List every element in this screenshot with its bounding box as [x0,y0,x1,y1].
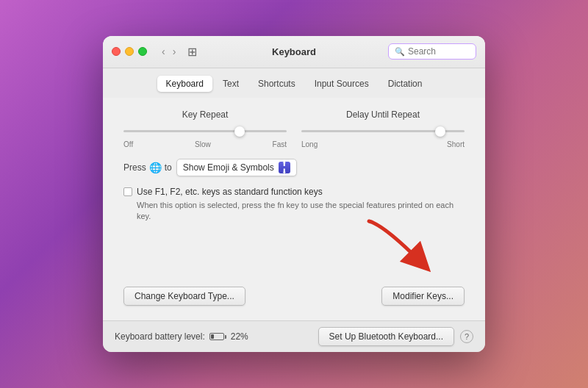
search-input[interactable] [408,46,470,57]
battery-tip [225,335,226,339]
key-repeat-labels: Off Slow Fast [123,140,287,148]
modifier-keys-button[interactable]: Modifier Keys... [381,287,465,306]
key-repeat-thumb[interactable] [234,126,245,137]
fn-keys-checkbox[interactable] [123,187,132,196]
bluetooth-keyboard-button[interactable]: Set Up Bluetooth Keyboard... [318,327,454,346]
footer: Keyboard battery level: 22% Set Up Bluet… [103,320,485,352]
delay-repeat-group: Delay Until Repeat Long Short [301,109,465,148]
traffic-lights [112,47,147,56]
battery-icon [209,333,226,340]
back-button[interactable]: ‹ [159,44,168,59]
delay-short-label: Short [447,140,465,148]
tab-text[interactable]: Text [214,76,248,92]
window-title: Keyboard [272,46,316,57]
globe-icon: 🌐 [149,162,162,173]
fn-keys-checkbox-row: Use F1, F2, etc. keys as standard functi… [123,187,465,197]
delay-repeat-labels: Long Short [301,140,465,148]
dropdown-arrow-icon: ⬆⬇ [279,162,290,173]
content-area: Key Repeat Off Slow Fast Delay Until Rep… [103,98,485,321]
battery-row: Keyboard battery level: 22% [115,331,248,342]
delay-repeat-thumb[interactable] [435,126,445,137]
change-keyboard-button[interactable]: Change Keyboard Type... [123,287,245,306]
emoji-dropdown[interactable]: Show Emoji & Symbols ⬆⬇ [176,159,297,176]
tab-shortcuts[interactable]: Shortcuts [249,76,304,92]
nav-buttons: ‹ › [159,44,179,59]
delay-repeat-label: Delay Until Repeat [346,109,420,120]
tab-dictation[interactable]: Dictation [379,76,431,92]
sliders-section: Key Repeat Off Slow Fast Delay Until Rep… [123,109,465,148]
delay-long-label: Long [301,140,318,148]
globe-row: Press 🌐 to Show Emoji & Symbols ⬆⬇ [123,159,465,176]
minimize-button[interactable] [125,47,134,56]
fn-keys-label: Use F1, F2, etc. keys as standard functi… [137,187,323,197]
battery-label: Keyboard battery level: [115,331,205,342]
delay-repeat-slider[interactable] [301,126,465,137]
forward-button[interactable]: › [170,44,179,59]
dropdown-value: Show Emoji & Symbols [183,162,274,173]
press-label: Press 🌐 to [123,162,172,173]
tab-keyboard[interactable]: Keyboard [157,76,212,92]
key-repeat-track [123,130,287,132]
help-button[interactable]: ? [460,330,473,343]
footer-right: Set Up Bluetooth Keyboard... ? [318,327,473,346]
red-arrow-annotation [362,214,450,273]
close-button[interactable] [112,47,121,56]
keyboard-preferences-window: ‹ › ⊞ Keyboard 🔍 Keyboard Text Shortcuts… [103,36,485,353]
battery-fill [211,334,214,339]
titlebar: ‹ › ⊞ Keyboard 🔍 [103,36,485,68]
key-repeat-label: Key Repeat [182,109,229,120]
tab-input-sources[interactable]: Input Sources [306,76,378,92]
key-repeat-slow-label: Slow [195,140,211,148]
search-box[interactable]: 🔍 [388,43,476,60]
arrow-annotation-area [123,232,465,276]
key-repeat-group: Key Repeat Off Slow Fast [123,109,287,148]
battery-body [209,333,224,340]
search-icon: 🔍 [395,47,405,57]
bottom-buttons-row: Change Keyboard Type... Modifier Keys... [123,287,465,309]
key-repeat-fast-label: Fast [273,140,287,148]
key-repeat-slider[interactable] [123,126,287,137]
tabs-bar: Keyboard Text Shortcuts Input Sources Di… [103,68,485,98]
maximize-button[interactable] [138,47,147,56]
app-grid-button[interactable]: ⊞ [184,43,200,60]
battery-percent: 22% [231,331,248,342]
key-repeat-off-label: Off [123,140,133,148]
